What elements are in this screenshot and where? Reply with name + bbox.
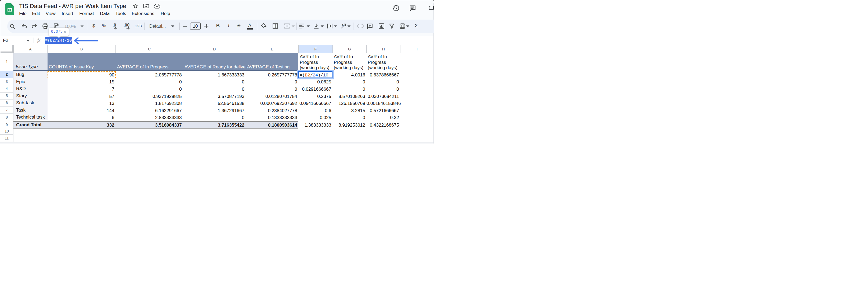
svg-text:A: A (342, 24, 344, 27)
